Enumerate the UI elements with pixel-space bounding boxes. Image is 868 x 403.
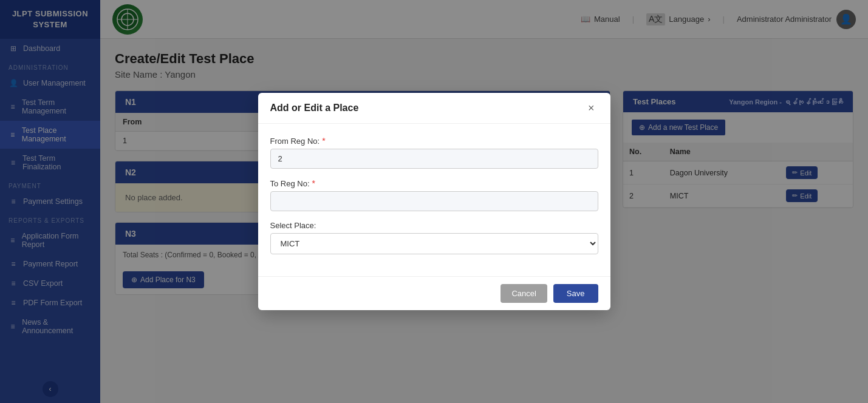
modal-overlay[interactable]: Add or Edit a Place × From Reg No: * To … xyxy=(0,0,868,403)
modal-header: Add or Edit a Place × xyxy=(258,93,610,124)
modal-dialog: Add or Edit a Place × From Reg No: * To … xyxy=(258,93,610,310)
from-reg-no-label: From Reg No: * xyxy=(270,136,598,146)
to-reg-no-input[interactable] xyxy=(270,191,598,211)
cancel-button[interactable]: Cancel xyxy=(501,284,547,303)
select-place-group: Select Place: MICT Dagon University xyxy=(270,221,598,254)
required-star-2: * xyxy=(312,178,315,188)
select-place-label: Select Place: xyxy=(270,221,598,230)
required-star: * xyxy=(322,136,325,146)
save-button[interactable]: Save xyxy=(553,284,598,303)
modal-body: From Reg No: * To Reg No: * Select Place… xyxy=(258,124,610,276)
select-place-dropdown[interactable]: MICT Dagon University xyxy=(270,233,598,254)
modal-title: Add or Edit a Place xyxy=(270,103,359,113)
to-reg-no-label: To Reg No: * xyxy=(270,178,598,188)
modal-footer: Cancel Save xyxy=(258,276,610,310)
from-reg-no-input[interactable] xyxy=(270,149,598,169)
to-reg-no-group: To Reg No: * xyxy=(270,178,598,211)
modal-close-button[interactable]: × xyxy=(584,101,598,115)
from-reg-no-group: From Reg No: * xyxy=(270,136,598,169)
